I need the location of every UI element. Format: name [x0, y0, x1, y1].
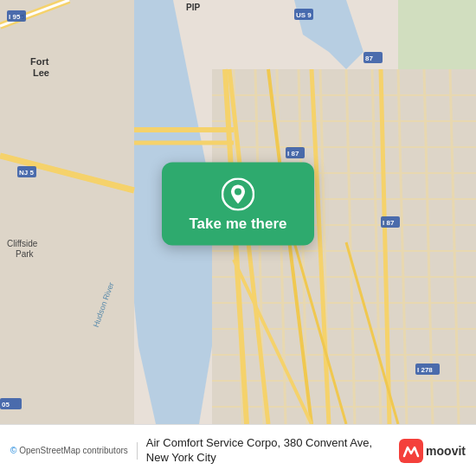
svg-text:05: 05 [2, 401, 10, 408]
map-container: I 95 I 95 NJ 5 Fort Lee Cliffside Park H… [0, 0, 476, 424]
svg-text:I 87: I 87 [287, 150, 299, 158]
moovit-icon [399, 439, 423, 463]
svg-text:US 9: US 9 [296, 11, 312, 19]
cta-label: Take me there [189, 215, 286, 233]
svg-text:PIP: PIP [186, 3, 200, 12]
osm-attribution: © OpenStreetMap contributors [10, 446, 128, 455]
svg-rect-1 [0, 0, 134, 424]
svg-text:Cliffside: Cliffside [7, 239, 38, 248]
svg-text:I 95: I 95 [9, 13, 21, 21]
svg-point-51 [235, 188, 241, 195]
location-pin-icon [222, 177, 254, 210]
moovit-text: moovit [426, 444, 466, 458]
cta-button[interactable]: Take me there [162, 162, 314, 245]
svg-rect-47 [398, 0, 476, 69]
divider [137, 442, 138, 460]
bottom-bar: © OpenStreetMap contributors Air Comfort… [0, 424, 476, 476]
address-text: Air Comfort Service Corpo, 380 Convent A… [146, 436, 390, 466]
svg-text:Park: Park [16, 249, 35, 259]
svg-text:NJ 5: NJ 5 [19, 169, 34, 177]
svg-text:Lee: Lee [33, 68, 49, 78]
svg-text:Fort: Fort [30, 56, 49, 67]
moovit-logo: moovit [399, 439, 466, 463]
svg-text:87: 87 [365, 55, 373, 62]
svg-text:I 87: I 87 [383, 219, 395, 227]
svg-rect-52 [399, 439, 423, 463]
svg-text:I 278: I 278 [417, 366, 433, 374]
